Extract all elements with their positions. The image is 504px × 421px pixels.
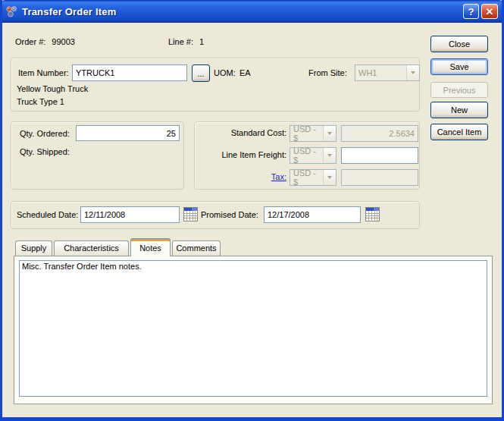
- promised-date-input[interactable]: [264, 206, 361, 223]
- window-title: Transfer Order Item: [22, 6, 116, 17]
- save-button[interactable]: Save: [430, 58, 488, 75]
- scheduled-date-input[interactable]: [80, 206, 180, 223]
- tab-characteristics[interactable]: Characteristics: [54, 240, 129, 256]
- uom-value: EA: [239, 68, 251, 77]
- qty-ordered-label: Qty. Ordered:: [20, 129, 70, 138]
- tab-notes[interactable]: Notes: [130, 238, 171, 256]
- freight-currency-combobox[interactable]: USD - $: [290, 147, 337, 164]
- promised-date-calendar-button[interactable]: [365, 206, 380, 222]
- item-description-line1: Yellow Tough Truck: [17, 84, 88, 93]
- order-number-label: Order #:: [15, 37, 45, 46]
- scheduled-date-label: Scheduled Date:: [17, 210, 78, 219]
- item-number-label: Item Number:: [18, 68, 69, 77]
- chevron-down-icon[interactable]: [323, 126, 336, 141]
- active-tab-highlight: [130, 239, 171, 241]
- order-number-value: 99003: [52, 37, 75, 46]
- chevron-down-icon[interactable]: [323, 170, 336, 185]
- standard-cost-input[interactable]: [341, 125, 418, 142]
- standard-cost-currency-value: USD - $: [290, 124, 323, 143]
- new-button[interactable]: New: [430, 102, 488, 118]
- calendar-icon: [183, 206, 198, 221]
- calendar-icon: [365, 206, 380, 221]
- promised-date-label: Promised Date:: [201, 210, 258, 219]
- uom-label: UOM:: [214, 68, 236, 77]
- transfer-order-item-window: Transfer Order Item ? ✕ Order #: 99003 L…: [0, 0, 504, 421]
- help-button[interactable]: ?: [463, 4, 479, 19]
- freight-currency-value: USD - $: [290, 146, 323, 165]
- standard-cost-currency-combobox[interactable]: USD - $: [290, 125, 337, 142]
- titlebar[interactable]: Transfer Order Item ? ✕: [0, 0, 504, 23]
- item-description-line2: Truck Type 1: [17, 97, 64, 106]
- tab-notes-label: Notes: [139, 243, 161, 253]
- close-button-action[interactable]: Close: [430, 36, 488, 52]
- qty-shipped-label: Qty. Shipped:: [20, 147, 70, 156]
- tax-link[interactable]: Tax:: [271, 172, 286, 181]
- item-browse-button[interactable]: ...: [192, 64, 210, 82]
- app-icon: [5, 5, 18, 18]
- order-number-row: Order #: 99003: [15, 37, 75, 46]
- line-number-value: 1: [199, 37, 204, 46]
- from-site-label: From Site:: [308, 68, 347, 77]
- item-number-input[interactable]: [72, 64, 187, 81]
- scheduled-date-calendar-button[interactable]: [183, 206, 198, 222]
- tax-label-wrap: Tax:: [196, 172, 286, 181]
- line-number-label: Line #:: [168, 37, 193, 46]
- line-number-row: Line #: 1: [168, 37, 204, 46]
- cancel-item-button[interactable]: Cancel Item: [430, 124, 488, 140]
- line-item-freight-label: Line Item Freight:: [196, 150, 286, 159]
- notes-textarea[interactable]: Misc. Transfer Order Item notes.: [19, 260, 487, 397]
- from-site-combobox[interactable]: WH1: [355, 64, 420, 81]
- tax-currency-combobox[interactable]: USD - $: [290, 169, 337, 186]
- qty-ordered-input[interactable]: [76, 125, 180, 141]
- notes-tab-panel: Misc. Transfer Order Item notes.: [14, 256, 493, 404]
- tab-supply[interactable]: Supply: [15, 240, 52, 256]
- chevron-down-icon[interactable]: [406, 65, 419, 80]
- previous-button[interactable]: Previous: [430, 82, 488, 98]
- tax-input[interactable]: [341, 169, 418, 186]
- line-item-freight-input[interactable]: [341, 147, 418, 164]
- from-site-value: WH1: [355, 68, 406, 77]
- standard-cost-label: Standard Cost:: [196, 128, 286, 137]
- close-button[interactable]: ✕: [481, 4, 498, 19]
- tab-comments[interactable]: Comments: [172, 240, 221, 256]
- tax-currency-value: USD - $: [290, 168, 323, 187]
- chevron-down-icon[interactable]: [323, 148, 336, 163]
